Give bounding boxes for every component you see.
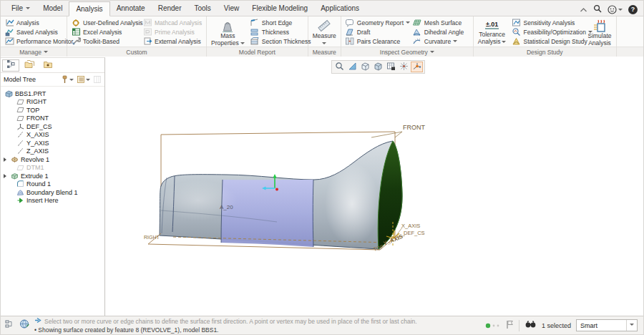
group-inspect-geometry: Geometry Report Draft Pairs Clearance Me… <box>341 16 474 57</box>
mass-properties-button[interactable]: MassProperties <box>209 17 247 46</box>
model-tree-icon <box>6 59 16 72</box>
measure-button[interactable]: Measure <box>311 17 338 46</box>
dihedral-angle-button[interactable]: Dihedral Angle <box>411 27 471 37</box>
plane-icon <box>16 115 24 122</box>
tree-item-revolve-1[interactable]: Revolve 1 <box>1 155 104 164</box>
tree-item-insert-here[interactable]: Insert Here <box>1 197 104 205</box>
tab-analysis[interactable]: Analysis <box>69 1 109 16</box>
measure-icon <box>316 19 333 33</box>
thickness-button[interactable]: Thickness <box>248 27 306 37</box>
tolerance-analysis-button[interactable]: ±.01 ToleranceAnalysis <box>476 17 509 46</box>
mathcad-analysis-button: Mathcad Analysis <box>141 18 204 27</box>
feasibility-optimization-button[interactable]: Feasibility/Optimization <box>509 27 584 37</box>
graphics-area[interactable]: FRONT A_20 X_AXIS DEF_CS Y_AXIS TOP RIGH… <box>105 57 643 316</box>
prompt-arrow-icon <box>34 317 42 325</box>
find-button[interactable] <box>525 319 537 332</box>
tree-filters-button[interactable] <box>60 75 74 84</box>
group-label-manage[interactable]: Manage <box>1 47 67 57</box>
favorites-tab[interactable] <box>39 59 57 72</box>
account-menu[interactable] <box>608 5 623 14</box>
tab-tools[interactable]: Tools <box>187 1 217 16</box>
tree-item-label: FRONT <box>26 115 49 122</box>
tab-model[interactable]: Model <box>36 1 69 16</box>
draft-button[interactable]: Draft <box>343 27 409 37</box>
tolerance-analysis-icon: ±.01 <box>484 19 501 31</box>
curvature-button[interactable]: Curvature <box>411 37 471 46</box>
highlighted-revolve-surface[interactable] <box>221 180 313 247</box>
tree-item-right[interactable]: RIGHT <box>1 98 104 107</box>
plane-icon <box>16 98 24 105</box>
minimize-ribbon-icon[interactable] <box>580 3 587 16</box>
analysis-button[interactable]: Analysis <box>3 18 64 27</box>
tree-item-x-axis[interactable]: X_AXIS <box>1 131 104 140</box>
def-cs-label: DEF_CS <box>404 230 425 236</box>
navigator-tabs <box>1 58 104 73</box>
extrude-icon <box>11 173 19 180</box>
tree-item-label: X_AXIS <box>26 131 49 138</box>
statistical-design-study-button[interactable]: Statistical Design Study <box>509 37 584 46</box>
tree-item-front[interactable]: FRONT <box>1 115 104 123</box>
model-viewport[interactable]: FRONT A_20 X_AXIS DEF_CS Y_AXIS TOP RIGH… <box>105 57 643 316</box>
feasibility-optimization-icon <box>511 27 521 37</box>
sensitivity-analysis-icon <box>511 18 521 27</box>
tab-annotate[interactable]: Annotate <box>110 1 152 16</box>
chevron-down-icon <box>26 7 30 11</box>
tree-item-bbs1-prt[interactable]: BBS1.PRT <box>1 89 104 98</box>
navigator-toggle-button[interactable] <box>5 319 16 332</box>
expand-arrow-icon[interactable] <box>4 157 9 162</box>
csys-icon <box>16 123 24 130</box>
tree-columns-button[interactable] <box>93 75 102 84</box>
flag-icon[interactable] <box>506 319 514 332</box>
short-edge-button[interactable]: Short Edge <box>248 18 306 27</box>
tab-render[interactable]: Render <box>152 1 188 16</box>
tab-applications[interactable]: Applications <box>314 1 366 16</box>
selection-filter-arrow[interactable] <box>626 320 637 331</box>
excel-analysis-button[interactable]: Excel Analysis <box>69 27 140 37</box>
folder-browser-tab[interactable] <box>21 59 38 72</box>
tree-item-label: Extrude 1 <box>21 173 49 180</box>
chevron-down-icon <box>86 79 90 83</box>
selection-filter-dropdown[interactable]: Smart <box>576 319 638 331</box>
performance-monitor-button[interactable]: Performance Monitor <box>3 37 64 46</box>
tab-file[interactable]: File <box>5 1 36 16</box>
geometry-report-button[interactable]: Geometry Report <box>343 18 409 27</box>
regeneration-status-indicator[interactable] <box>485 323 501 329</box>
simulate-analysis-button[interactable]: SimulateAnalysis <box>585 17 613 46</box>
curvature-icon <box>412 37 422 46</box>
search-icon[interactable] <box>593 3 602 16</box>
expand-arrow-icon[interactable] <box>4 174 9 178</box>
pairs-clearance-button[interactable]: Pairs Clearance <box>343 37 409 46</box>
group-label-model-report: Model Report <box>207 47 308 57</box>
sensitivity-analysis-button[interactable]: Sensitivity Analysis <box>509 18 584 27</box>
tab-view[interactable]: View <box>218 1 246 16</box>
tree-item-boundary-blend-1[interactable]: Boundary Blend 1 <box>1 188 104 197</box>
mesh-surface-button[interactable]: Mesh Surface <box>411 18 471 27</box>
tree-item-y-axis[interactable]: Y_AXIS <box>1 139 104 147</box>
external-analysis-button[interactable]: External Analysis <box>141 37 204 46</box>
dihedral-angle-icon <box>412 27 422 37</box>
saved-analysis-button[interactable]: Saved Analysis <box>3 27 64 37</box>
web-browser-button[interactable] <box>19 319 30 332</box>
group-label-inspect-geometry[interactable]: Inspect Geometry <box>341 47 473 57</box>
section-thickness-button[interactable]: Section Thickness <box>248 37 306 46</box>
tree-item-top[interactable]: TOP <box>1 106 104 115</box>
user-defined-analysis-button[interactable]: User-Defined Analysis <box>69 18 140 27</box>
status-info-text: • Showing surface created by feature 8 (… <box>34 326 218 334</box>
tree-item-extrude-1[interactable]: Extrude 1 <box>1 172 104 180</box>
group-design-study: ±.01 ToleranceAnalysis Sensitivity Analy… <box>474 16 617 57</box>
tree-item-label: Y_AXIS <box>26 140 49 147</box>
tree-item-z-axis[interactable]: Z_AXIS <box>1 147 104 156</box>
toolkit-based-icon <box>71 37 81 46</box>
tree-item-def-cs[interactable]: DEF_CS <box>1 122 104 131</box>
user-defined-analysis-icon <box>71 18 81 27</box>
front-plane-label: FRONT <box>403 124 425 131</box>
tree-item-dtm1[interactable]: DTM1 <box>1 164 104 173</box>
model-tree-tab[interactable] <box>2 59 19 72</box>
surface-highlight <box>159 180 238 220</box>
tree-item-round-1[interactable]: Round 1 <box>1 180 104 189</box>
tree-settings-button[interactable] <box>77 75 90 84</box>
tree-item-label: Revolve 1 <box>21 156 49 163</box>
help-icon[interactable]: ? <box>628 5 638 14</box>
tab-flexible-modeling[interactable]: Flexible Modeling <box>245 1 314 16</box>
toolkit-based-button[interactable]: Toolkit-Based <box>69 37 140 46</box>
